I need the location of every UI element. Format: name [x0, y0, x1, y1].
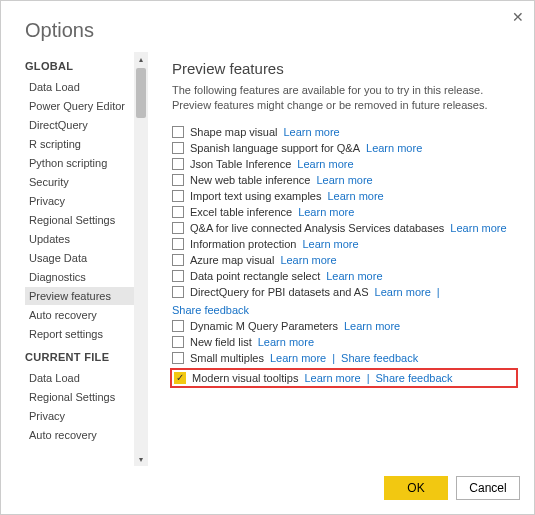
sidebar-item-auto-recovery[interactable]: Auto recovery: [25, 306, 134, 324]
feature-label: Small multiples: [190, 352, 264, 364]
feature-checkbox[interactable]: [172, 270, 184, 282]
feature-checkbox[interactable]: [172, 336, 184, 348]
learn-more-link[interactable]: Learn more: [366, 142, 422, 154]
feature-label: Q&A for live connected Analysis Services…: [190, 222, 444, 234]
sidebar-item-regional-settings[interactable]: Regional Settings: [25, 211, 134, 229]
content-header: Preview features: [172, 60, 516, 77]
sidebar-item-data-load[interactable]: Data Load: [25, 369, 134, 387]
feature-row: Modern visual tooltips Learn more | Shar…: [170, 368, 518, 388]
feature-label: New field list: [190, 336, 252, 348]
feature-row: Information protection Learn more: [172, 238, 516, 250]
options-dialog: ✕ Options GLOBALData LoadPower Query Edi…: [0, 0, 535, 515]
feature-row: New web table inference Learn more: [172, 174, 516, 186]
sidebar-item-updates[interactable]: Updates: [25, 230, 134, 248]
sidebar-item-diagnostics[interactable]: Diagnostics: [25, 268, 134, 286]
feature-checkbox[interactable]: [172, 320, 184, 332]
feature-checkbox[interactable]: [172, 158, 184, 170]
learn-more-link[interactable]: Learn more: [375, 286, 431, 298]
feature-row: Spanish language support for Q&A Learn m…: [172, 142, 516, 154]
feature-label: Json Table Inference: [190, 158, 291, 170]
feature-row: Q&A for live connected Analysis Services…: [172, 222, 516, 234]
feature-label: Azure map visual: [190, 254, 274, 266]
sidebar-item-python-scripting[interactable]: Python scripting: [25, 154, 134, 172]
scroll-thumb[interactable]: [136, 68, 146, 118]
feature-checkbox[interactable]: [172, 190, 184, 202]
sidebar-item-power-query-editor[interactable]: Power Query Editor: [25, 97, 134, 115]
learn-more-link[interactable]: Learn more: [304, 372, 360, 384]
learn-more-link[interactable]: Learn more: [344, 320, 400, 332]
content-description: The following features are available for…: [172, 83, 516, 114]
sidebar-item-preview-features[interactable]: Preview features: [25, 287, 134, 305]
sidebar-item-regional-settings[interactable]: Regional Settings: [25, 388, 134, 406]
feature-row: Shape map visual Learn more: [172, 126, 516, 138]
feature-label: Dynamic M Query Parameters: [190, 320, 338, 332]
learn-more-link[interactable]: Learn more: [327, 190, 383, 202]
scroll-down-icon[interactable]: ▾: [134, 452, 148, 466]
dialog-footer: OK Cancel: [1, 466, 534, 514]
learn-more-link[interactable]: Learn more: [450, 222, 506, 234]
feature-checkbox[interactable]: [172, 222, 184, 234]
feature-label: Modern visual tooltips: [192, 372, 298, 384]
feature-checkbox[interactable]: [172, 286, 184, 298]
feature-row: Excel table inference Learn more: [172, 206, 516, 218]
learn-more-link[interactable]: Learn more: [280, 254, 336, 266]
feature-row: Json Table Inference Learn more: [172, 158, 516, 170]
dialog-body: GLOBALData LoadPower Query EditorDirectQ…: [1, 52, 534, 466]
learn-more-link[interactable]: Learn more: [302, 238, 358, 250]
feature-checkbox[interactable]: [172, 254, 184, 266]
learn-more-link[interactable]: Learn more: [326, 270, 382, 282]
feature-checkbox[interactable]: [172, 142, 184, 154]
feature-checkbox[interactable]: [174, 372, 186, 384]
sidebar-item-data-load[interactable]: Data Load: [25, 78, 134, 96]
feature-checkbox[interactable]: [172, 174, 184, 186]
feature-checkbox[interactable]: [172, 352, 184, 364]
feature-row: Small multiples Learn more | Share feedb…: [172, 352, 516, 364]
learn-more-link[interactable]: Learn more: [258, 336, 314, 348]
link-separator: |: [367, 372, 370, 384]
feature-label: DirectQuery for PBI datasets and AS: [190, 286, 369, 298]
sidebar-item-directquery[interactable]: DirectQuery: [25, 116, 134, 134]
feature-label: New web table inference: [190, 174, 310, 186]
link-separator: |: [332, 352, 335, 364]
link-separator: |: [437, 286, 440, 298]
learn-more-link[interactable]: Learn more: [298, 206, 354, 218]
feature-label: Spanish language support for Q&A: [190, 142, 360, 154]
feature-label: Import text using examples: [190, 190, 321, 202]
sidebar-item-auto-recovery[interactable]: Auto recovery: [25, 426, 134, 444]
sidebar-section-header: GLOBAL: [25, 60, 134, 72]
sidebar-item-report-settings[interactable]: Report settings: [25, 325, 134, 343]
sidebar-item-security[interactable]: Security: [25, 173, 134, 191]
learn-more-link[interactable]: Learn more: [270, 352, 326, 364]
ok-button[interactable]: OK: [384, 476, 448, 500]
feature-label: Excel table inference: [190, 206, 292, 218]
feature-checkbox[interactable]: [172, 238, 184, 250]
share-feedback-link[interactable]: Share feedback: [172, 304, 249, 316]
share-feedback-link[interactable]: Share feedback: [376, 372, 453, 384]
share-feedback-link[interactable]: Share feedback: [341, 352, 418, 364]
sidebar-item-usage-data[interactable]: Usage Data: [25, 249, 134, 267]
feature-row: DirectQuery for PBI datasets and AS Lear…: [172, 286, 516, 316]
feature-label: Information protection: [190, 238, 296, 250]
feature-row: New field list Learn more: [172, 336, 516, 348]
sidebar-item-privacy[interactable]: Privacy: [25, 192, 134, 210]
feature-row: Azure map visual Learn more: [172, 254, 516, 266]
dialog-title: Options: [1, 1, 534, 52]
sidebar-item-r-scripting[interactable]: R scripting: [25, 135, 134, 153]
sidebar-scrollbar[interactable]: ▴ ▾: [134, 52, 148, 466]
feature-row: Dynamic M Query Parameters Learn more: [172, 320, 516, 332]
learn-more-link[interactable]: Learn more: [316, 174, 372, 186]
feature-checkbox[interactable]: [172, 126, 184, 138]
feature-checkbox[interactable]: [172, 206, 184, 218]
sidebar-item-privacy[interactable]: Privacy: [25, 407, 134, 425]
learn-more-link[interactable]: Learn more: [283, 126, 339, 138]
sidebar: GLOBALData LoadPower Query EditorDirectQ…: [1, 52, 148, 466]
close-icon[interactable]: ✕: [512, 9, 524, 25]
scroll-up-icon[interactable]: ▴: [134, 52, 148, 66]
learn-more-link[interactable]: Learn more: [297, 158, 353, 170]
feature-label: Shape map visual: [190, 126, 277, 138]
feature-label: Data point rectangle select: [190, 270, 320, 282]
sidebar-section-header: CURRENT FILE: [25, 351, 134, 363]
feature-row: Data point rectangle select Learn more: [172, 270, 516, 282]
cancel-button[interactable]: Cancel: [456, 476, 520, 500]
feature-row: Import text using examples Learn more: [172, 190, 516, 202]
